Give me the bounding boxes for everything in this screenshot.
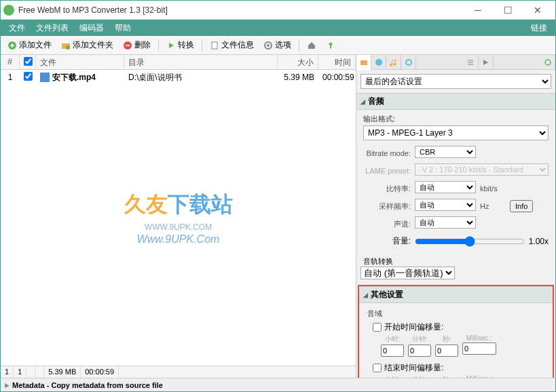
maximize-button[interactable]: ☐ xyxy=(493,1,523,20)
bitrate-select[interactable]: 自动 xyxy=(415,181,476,193)
file-row[interactable]: 1 安下载.mp4 D:\桌面\说明书 5.39 MB 00:00:59 xyxy=(1,70,356,85)
file-list-footer: 1 1 5.39 MB 00:00:59 xyxy=(1,366,356,379)
range-label: 音域 xyxy=(367,309,544,319)
add-folder-button[interactable]: 添加文件夹 xyxy=(57,38,117,52)
start-min-input[interactable] xyxy=(408,345,431,357)
start-offset-checkbox[interactable] xyxy=(373,323,382,332)
delete-icon xyxy=(123,41,132,50)
audio-section-header[interactable]: ◢音频 xyxy=(356,93,555,110)
col-dir[interactable]: 目录 xyxy=(124,55,278,69)
settings-pane: 最后的会话设置 ◢音频 输出格式: MP3 - MPEG-1 Layer 3 B… xyxy=(356,55,555,379)
col-time[interactable]: 时间 xyxy=(318,55,356,69)
settings-tabs xyxy=(356,55,555,70)
tab-refresh[interactable] xyxy=(540,55,555,70)
options-button[interactable]: 选项 xyxy=(259,38,295,52)
toolbar: 添加文件 添加文件夹 删除 转换 文件信息 选项 xyxy=(1,36,555,55)
end-offset-checkbox[interactable] xyxy=(373,364,382,372)
other-section-header[interactable]: ◢其他设置 xyxy=(359,286,553,303)
pin-icon xyxy=(326,41,335,50)
col-check[interactable] xyxy=(20,55,36,69)
tab-music[interactable] xyxy=(386,55,401,70)
file-info-button[interactable]: 文件信息 xyxy=(206,38,258,52)
volume-slider[interactable] xyxy=(415,236,525,247)
tab-play[interactable] xyxy=(479,55,494,70)
home-button[interactable] xyxy=(303,39,320,52)
col-number[interactable]: # xyxy=(1,55,20,69)
samplerate-select[interactable]: 自动 xyxy=(415,199,476,211)
other-settings-highlight: ◢其他设置 音域 开始时间偏移量: 小时: 分钟: 秒: Millisec.: … xyxy=(358,285,554,379)
col-file[interactable]: 文件 xyxy=(36,55,124,69)
tab-gear[interactable] xyxy=(401,55,416,70)
minimize-button[interactable]: ─ xyxy=(463,1,493,20)
session-select[interactable]: 最后的会话设置 xyxy=(360,74,551,89)
bitrate-mode-select[interactable]: CBR xyxy=(415,146,476,158)
track-label: 音轨转换 xyxy=(356,255,555,267)
menubar: 文件 文件列表 编码器 帮助 链接 xyxy=(1,20,555,36)
add-folder-icon xyxy=(61,41,71,50)
menu-filelist[interactable]: 文件列表 xyxy=(31,22,74,34)
tab-disc[interactable] xyxy=(371,55,386,70)
close-button[interactable]: ✕ xyxy=(523,1,553,20)
file-icon xyxy=(40,73,50,82)
tab-folder[interactable] xyxy=(356,55,371,70)
svg-point-8 xyxy=(375,59,382,66)
delete-button[interactable]: 删除 xyxy=(119,38,155,52)
window-title: Free WebM to MP3 Converter 1.3 [32-bit] xyxy=(18,5,463,15)
svg-point-9 xyxy=(406,60,411,65)
home-icon xyxy=(307,41,316,50)
pin-button[interactable] xyxy=(322,39,339,52)
titlebar: Free WebM to MP3 Converter 1.3 [32-bit] … xyxy=(1,1,555,20)
file-list[interactable]: 1 安下载.mp4 D:\桌面\说明书 5.39 MB 00:00:59 久友下… xyxy=(1,70,356,366)
track-select[interactable]: 自动 (第一音频轨道) xyxy=(360,267,455,279)
menu-help[interactable]: 帮助 xyxy=(109,22,136,34)
file-checkbox[interactable] xyxy=(24,72,33,81)
svg-point-6 xyxy=(267,44,270,47)
tab-list[interactable] xyxy=(464,55,479,70)
menu-encoder[interactable]: 编码器 xyxy=(74,22,109,34)
menu-file[interactable]: 文件 xyxy=(3,22,31,34)
output-format-label: 输出格式: xyxy=(363,114,549,124)
convert-icon xyxy=(166,41,176,50)
start-sec-input[interactable] xyxy=(435,345,458,357)
col-size[interactable]: 大小 xyxy=(278,55,318,69)
app-icon xyxy=(3,5,14,16)
check-all[interactable] xyxy=(24,57,33,66)
gear-icon xyxy=(263,41,273,50)
svg-rect-7 xyxy=(360,60,367,65)
channel-select[interactable]: 自动 xyxy=(415,216,476,229)
file-list-pane: # 文件 目录 大小 时间 1 安下载.mp4 D:\桌面\说明书 5.39 M… xyxy=(1,55,356,379)
file-list-header: # 文件 目录 大小 时间 xyxy=(1,55,356,70)
start-ms-input[interactable] xyxy=(462,342,496,355)
svg-point-2 xyxy=(66,45,70,50)
add-file-icon xyxy=(7,41,17,50)
expand-icon[interactable]: ▶ xyxy=(5,382,10,389)
lame-preset-select: -V 2 : 170-210 kbit/s - Standard xyxy=(415,163,549,176)
info-button[interactable]: Info xyxy=(510,200,533,212)
menu-link[interactable]: 链接 xyxy=(525,22,553,34)
svg-point-10 xyxy=(545,60,551,65)
convert-button[interactable]: 转换 xyxy=(162,38,198,52)
statusbar: ▶ Metadata - Copy metadata from source f… xyxy=(1,378,555,391)
file-info-icon xyxy=(210,41,219,50)
start-hour-input[interactable] xyxy=(381,345,404,357)
watermark: 久友下载站 WWW.9UPK.COM Www.9UPK.Com xyxy=(124,190,233,246)
output-format-select[interactable]: MP3 - MPEG-1 Layer 3 xyxy=(363,125,549,140)
add-file-button[interactable]: 添加文件 xyxy=(3,38,56,52)
svg-rect-4 xyxy=(212,42,217,49)
